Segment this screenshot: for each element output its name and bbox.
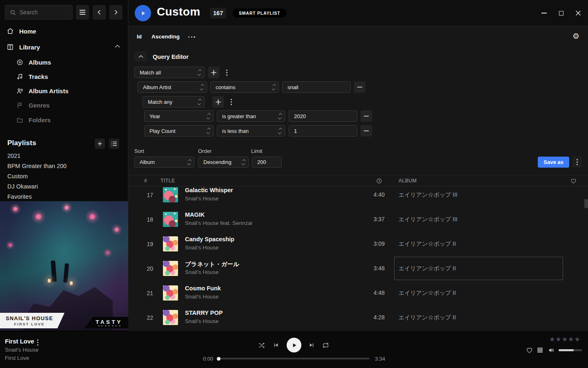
rule-group-menu-icon[interactable] [223,70,230,76]
column-album[interactable]: ALBUM [399,178,417,184]
group-menu-icon[interactable] [228,99,234,105]
collapse-library-icon[interactable] [115,45,120,48]
track-album[interactable]: エイリアン☆ポップ II [399,240,456,248]
rule-operator-select[interactable]: is greater than [217,110,285,122]
now-playing-artist[interactable]: Snail’s House [5,347,38,353]
save-as-button[interactable]: Save as [538,157,569,168]
track-artist[interactable]: Snail’s House [185,269,218,275]
rule-field-select[interactable]: Album Artist [138,81,207,93]
window-minimize-button[interactable] [540,9,548,17]
rule-field-select[interactable]: Year [144,110,214,122]
add-group-rule-button[interactable] [212,96,224,108]
repeat-button[interactable] [322,341,330,349]
sidebar-item-album-artists[interactable]: Album Artists [16,88,69,94]
track-row[interactable]: 19 Candy Spaceship Snail’s House 3:09 エイ… [129,232,588,256]
rule-value-input[interactable] [289,125,357,137]
track-title[interactable]: プラネット・ガール [185,260,239,268]
sidebar-item-library[interactable]: Library [7,43,40,51]
track-artist[interactable]: Snail’s House [185,195,218,202]
track-album[interactable]: エイリアン☆ポップ II [399,289,456,297]
remove-rule-button[interactable] [361,110,372,122]
now-playing-album[interactable]: First Love [5,355,29,361]
volume-slider[interactable] [559,349,582,351]
track-artist[interactable]: Snail’s House feat. Sennzai [185,220,252,226]
rating-stars[interactable]: ★★★★★ [549,335,580,343]
search-input[interactable] [20,9,65,16]
sort-direction-button[interactable]: Ascending [151,34,180,40]
track-row[interactable]: 18 MAGIK Snail’s House feat. Sennzai 3:3… [129,207,588,232]
query-editor-collapse-button[interactable] [135,51,147,62]
rule-value-input[interactable] [289,110,357,122]
track-row[interactable]: 20 プラネット・ガール Snail’s House 3:48 エイリアン☆ポッ… [129,256,588,281]
playlist-item-bpm[interactable]: BPM Greater than 200 [7,163,67,169]
rule-field-select[interactable]: Play Count [144,125,214,137]
track-artist[interactable]: Snail’s House [185,318,218,324]
volume-icon[interactable] [548,347,555,354]
track-album[interactable]: エイリアン☆ポップ III [399,216,457,223]
save-menu-icon[interactable] [572,157,582,168]
track-album[interactable]: エイリアン☆ポップ II [399,265,456,272]
next-button[interactable] [308,342,315,348]
play-playlist-button[interactable] [135,5,151,21]
star-icon[interactable]: ★ [555,335,561,343]
play-pause-button[interactable] [287,338,301,352]
window-maximize-button[interactable] [557,9,565,17]
limit-input[interactable] [252,157,282,168]
sidebar-item-genres[interactable]: Genres [16,102,50,109]
scrollbar-thumb[interactable] [584,199,588,208]
sidebar-item-albums[interactable]: Albums [16,59,51,66]
track-title[interactable]: Galactic Whisper [185,187,233,193]
playlist-item-custom[interactable]: Custom [7,173,28,180]
sidebar-item-tracks[interactable]: Tracks [16,73,48,80]
track-row[interactable]: 22 STARRY POP Snail’s House 4:28 エイリアン☆ポ… [129,305,588,330]
remove-rule-button[interactable] [361,125,372,137]
playlist-item-dj-okawari[interactable]: DJ Okawari [7,183,38,190]
previous-button[interactable] [273,342,279,348]
track-row[interactable]: 17 Galactic Whisper Snail’s House 4:40 エ… [129,186,588,207]
back-button[interactable] [93,5,106,20]
sidebar-item-home[interactable]: Home [7,27,36,35]
window-close-button[interactable] [574,9,582,17]
queue-icon[interactable] [537,348,543,353]
star-icon[interactable]: ★ [562,335,568,343]
playlist-list-button[interactable] [109,139,119,149]
track-title[interactable]: STARRY POP [185,310,223,316]
track-title[interactable]: Candy Spaceship [185,236,234,242]
sidebar-item-folders[interactable]: Folders [16,117,51,123]
add-playlist-button[interactable] [95,139,105,149]
sort-select[interactable]: Album [134,157,194,168]
rule-operator-select[interactable]: contains [210,81,279,93]
gear-icon[interactable]: ⚙ [572,32,579,40]
track-title[interactable]: MAGIK [185,211,205,218]
rule-operator-select[interactable]: is less than [217,125,285,137]
seek-slider[interactable] [218,358,370,359]
now-playing-artwork[interactable]: SNAIL'S HOUSE FIRST LOVE TASTY [0,201,128,330]
remove-rule-button[interactable] [354,81,365,93]
group-match-select[interactable]: Match any [143,96,205,108]
column-title[interactable]: TITLE [160,178,175,184]
add-rule-button[interactable] [208,67,219,78]
playlist-item-favorites[interactable]: Favorites [7,193,32,200]
shuffle-button[interactable] [258,341,265,349]
now-playing-menu-icon[interactable] [34,339,41,346]
playlist-item-2021[interactable]: 2021 [7,153,20,159]
star-icon[interactable]: ★ [574,335,580,343]
track-artist[interactable]: Snail’s House [185,245,218,251]
track-title[interactable]: Cosmo Funk [185,285,221,292]
now-playing-title[interactable]: First Love [5,338,34,345]
more-options-icon[interactable] [188,36,195,38]
duration-clock-icon[interactable] [376,178,382,184]
seek-handle[interactable] [217,357,220,361]
menu-button[interactable] [76,5,89,20]
track-artist[interactable]: Snail’s House [185,294,218,300]
star-icon[interactable]: ★ [549,335,555,343]
forward-button[interactable] [109,5,122,20]
order-select[interactable]: Descending [198,157,249,168]
track-album[interactable]: エイリアン☆ポップ III [399,191,457,199]
favorite-column-heart-icon[interactable] [570,178,577,184]
search-box[interactable] [5,5,73,20]
track-album[interactable]: エイリアン☆ポップ II [399,314,456,321]
sort-field-button[interactable]: Id [137,34,142,40]
track-row[interactable]: 21 Cosmo Funk Snail’s House 4:48 エイリアン☆ポ… [129,281,588,305]
root-match-select[interactable]: Match all [134,67,205,78]
